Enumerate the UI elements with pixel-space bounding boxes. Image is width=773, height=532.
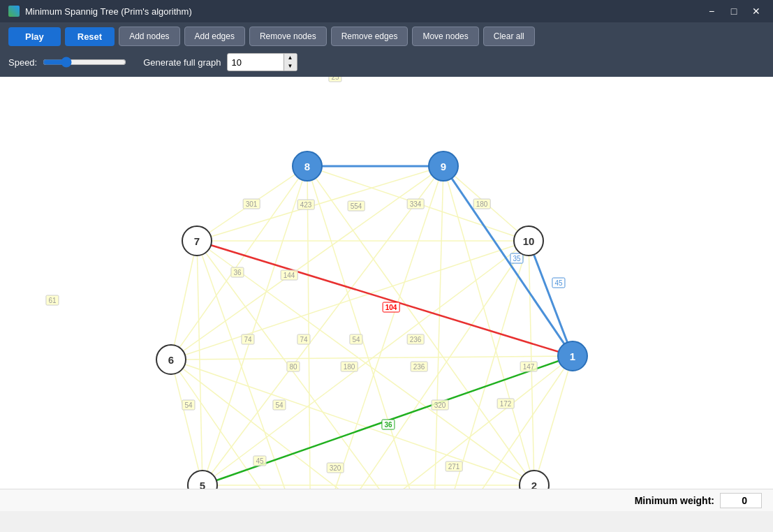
app-icon (8, 6, 20, 17)
svg-line-12 (443, 166, 534, 485)
node-8[interactable]: 8 (292, 151, 323, 182)
svg-line-33 (171, 360, 311, 489)
svg-line-3 (307, 166, 311, 489)
edge-label-y1: 301 (243, 199, 260, 209)
edge-label-y20: 320 (432, 400, 449, 411)
edge-label-y2: 423 (297, 200, 315, 210)
node-7[interactable]: 7 (182, 226, 212, 256)
svg-line-40 (311, 485, 534, 489)
spin-up-button[interactable]: ▲ (284, 54, 297, 62)
edge-label-y17: 54 (182, 400, 195, 411)
edge-label-y23: 320 (327, 463, 344, 473)
svg-line-27 (171, 241, 197, 360)
edge-label-y6: 36 (230, 267, 244, 278)
edge-label-104: 104 (383, 302, 400, 313)
edge-label-y22: 45 (253, 456, 266, 466)
min-weight-value: 0 (720, 493, 762, 508)
node-1[interactable]: 1 (557, 341, 588, 371)
edge-label-45: 45 (552, 278, 565, 288)
speed-label: Speed: (8, 57, 37, 68)
svg-line-1 (171, 166, 307, 360)
minimize-button[interactable]: − (703, 3, 720, 20)
clear-all-button[interactable]: Clear all (483, 27, 535, 46)
edge-label-y7: 144 (281, 270, 298, 281)
maximize-button[interactable]: □ (726, 3, 742, 20)
svg-line-10 (311, 166, 443, 489)
svg-line-11 (433, 166, 443, 489)
svg-line-4 (307, 166, 433, 489)
svg-line-32 (171, 360, 203, 485)
window-title: Minimum Spannig Tree (Prim's algorithm) (25, 6, 192, 17)
remove-edges-button[interactable]: Remove edges (331, 27, 408, 46)
graph-area[interactable]: 104 35 45 36 301 423 554 334 180 36 144 … (0, 77, 773, 489)
svg-line-19 (534, 356, 573, 485)
generate-control: Generate full graph ▲ ▼ (143, 53, 297, 71)
edge-label-y5: 180 (473, 199, 491, 209)
status-bar: Minimum weight: 0 (0, 489, 773, 511)
generate-label: Generate full graph (143, 57, 221, 68)
svg-line-45 (443, 166, 573, 356)
edge-label-y18: 54 (272, 400, 286, 411)
close-button[interactable]: ✕ (748, 3, 765, 20)
title-bar-controls: − □ ✕ (703, 3, 765, 20)
svg-line-46 (529, 241, 573, 356)
speed-control: Speed: (8, 57, 126, 68)
node-2[interactable]: 2 (519, 470, 550, 489)
spin-down-button[interactable]: ▼ (284, 62, 297, 71)
play-button[interactable]: Play (8, 27, 61, 46)
svg-line-8 (171, 166, 443, 360)
node-5[interactable]: 5 (187, 470, 218, 489)
edge-label-y24: 271 (446, 461, 463, 472)
move-nodes-button[interactable]: Move nodes (412, 27, 478, 46)
generate-input-wrap: ▲ ▼ (227, 53, 297, 71)
title-bar: Minimum Spannig Tree (Prim's algorithm) … (0, 0, 773, 22)
speed-slider[interactable] (43, 57, 126, 68)
svg-line-2 (203, 166, 307, 485)
edge-label-y9: 74 (241, 334, 254, 345)
svg-line-17 (311, 356, 573, 489)
spinners: ▲ ▼ (284, 54, 297, 71)
edge-label-y19: 25 (328, 77, 341, 82)
svg-line-9 (203, 166, 443, 485)
svg-line-37 (203, 485, 433, 489)
node-9[interactable]: 9 (428, 151, 459, 182)
edge-label-y11: 54 (349, 334, 362, 345)
edge-label-36: 36 (381, 420, 395, 430)
svg-line-36 (203, 485, 311, 489)
reset-button[interactable]: Reset (65, 27, 115, 46)
generate-input[interactable] (228, 55, 284, 70)
edge-label-y14: 180 (341, 362, 358, 372)
edge-label-y16: 147 (520, 362, 538, 372)
edge-label-y15: 236 (411, 362, 428, 372)
svg-line-28 (197, 241, 203, 485)
svg-line-30 (197, 241, 433, 489)
svg-line-35 (171, 360, 534, 485)
add-nodes-button[interactable]: Add nodes (119, 27, 179, 46)
controls-row: Speed: Generate full graph ▲ ▼ (0, 50, 773, 77)
svg-line-23 (203, 241, 529, 485)
toolbar: Play Reset Add nodes Add edges Remove no… (0, 22, 773, 50)
node-10[interactable]: 10 (513, 226, 544, 256)
edge-label-y10: 74 (297, 334, 310, 345)
svg-line-31 (197, 241, 534, 485)
edge-label-y8: 61 (45, 295, 59, 306)
svg-line-20 (529, 241, 573, 356)
title-bar-left: Minimum Spannig Tree (Prim's algorithm) (8, 6, 192, 17)
add-edges-button[interactable]: Add edges (184, 27, 245, 46)
svg-line-15 (171, 356, 573, 360)
edge-label-y21: 172 (497, 399, 515, 409)
min-weight-label: Minimum weight: (635, 495, 714, 506)
svg-line-5 (307, 166, 534, 485)
node-6[interactable]: 6 (156, 344, 186, 375)
edge-label-y13: 80 (286, 362, 300, 372)
svg-line-25 (433, 241, 529, 489)
remove-nodes-button[interactable]: Remove nodes (249, 27, 327, 46)
edge-label-y4: 334 (407, 199, 425, 209)
edge-label-y3: 554 (348, 201, 365, 212)
edge-label-y12: 236 (407, 334, 425, 345)
